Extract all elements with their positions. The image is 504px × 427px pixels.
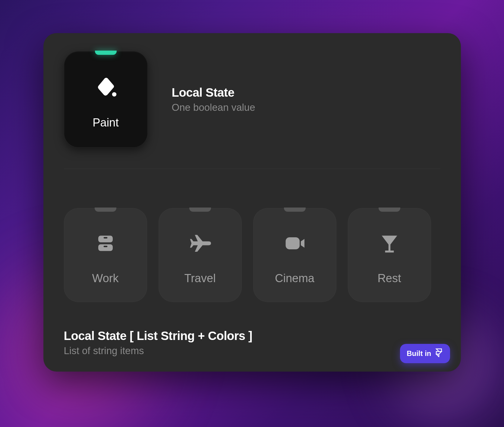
section-2-subtitle: List of string items xyxy=(64,345,440,357)
section-1-header: Local State One boolean value xyxy=(172,86,255,113)
inactive-indicator xyxy=(95,207,116,212)
built-in-badge[interactable]: Built in xyxy=(400,344,450,363)
svg-rect-1 xyxy=(98,235,113,242)
active-indicator xyxy=(95,51,117,55)
tile-label: Rest xyxy=(377,272,401,285)
plane-icon xyxy=(188,231,212,255)
tile-label: Travel xyxy=(184,272,216,285)
main-panel: Paint Local State One boolean value Work xyxy=(43,33,461,372)
svg-rect-5 xyxy=(285,237,299,249)
tile-rest[interactable]: Rest xyxy=(348,208,431,302)
inactive-indicator xyxy=(284,207,306,212)
tile-row: Work Travel Cinem xyxy=(64,208,440,302)
archive-icon xyxy=(93,231,118,255)
inactive-indicator xyxy=(189,207,211,212)
badge-label: Built in xyxy=(407,349,431,358)
svg-rect-3 xyxy=(103,237,107,238)
section-2-title: Local State [ List String + Colors ] xyxy=(64,329,440,343)
section-1-title: Local State xyxy=(172,86,255,99)
framer-icon xyxy=(434,348,443,359)
inactive-indicator xyxy=(379,207,400,212)
tile-work[interactable]: Work xyxy=(64,208,147,302)
svg-point-0 xyxy=(112,92,116,96)
svg-rect-2 xyxy=(98,244,113,251)
tile-travel[interactable]: Travel xyxy=(159,208,242,302)
section-2-header: Local State [ List String + Colors ] Lis… xyxy=(64,329,440,357)
section-1-subtitle: One boolean value xyxy=(172,102,255,113)
paint-bucket-icon xyxy=(94,76,118,100)
tile-label: Work xyxy=(92,272,119,285)
tile-label: Cinema xyxy=(275,272,314,285)
tile-label: Paint xyxy=(93,116,119,129)
cocktail-icon xyxy=(377,231,402,255)
tile-paint[interactable]: Paint xyxy=(64,51,148,148)
tile-cinema[interactable]: Cinema xyxy=(253,208,336,302)
svg-rect-4 xyxy=(103,246,107,247)
section-local-state-list: Work Travel Cinem xyxy=(64,169,440,357)
video-camera-icon xyxy=(283,231,307,255)
section-local-state-bool: Paint Local State One boolean value xyxy=(64,51,440,169)
